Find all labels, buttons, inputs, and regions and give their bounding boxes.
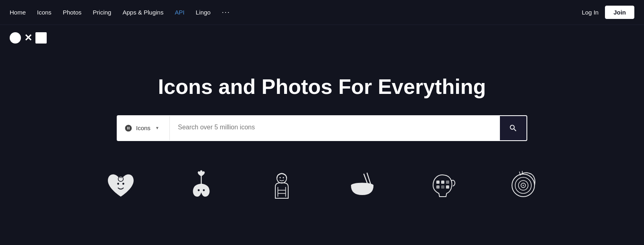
svg-line-26 (519, 172, 520, 174)
svg-point-10 (279, 177, 281, 178)
preview-icon-snail-spiral (507, 169, 539, 201)
logo-square-icon (35, 32, 47, 44)
chevron-down-icon: ▼ (155, 126, 159, 130)
login-button[interactable]: Log In (582, 9, 599, 16)
svg-point-25 (522, 185, 524, 186)
nav-api[interactable]: API (175, 9, 184, 16)
hero-title: Icons and Photos For Everything (158, 75, 486, 99)
logo-circle-icon (10, 32, 21, 44)
nav-auth: Log In Join (582, 6, 634, 19)
svg-rect-20 (446, 185, 449, 189)
search-type-label: Icons (136, 125, 151, 131)
main-nav: Home Icons Photos Pricing Apps & Plugins… (0, 0, 644, 25)
search-bar: Icons ▼ (117, 115, 527, 141)
nav-more-button[interactable]: ··· (222, 8, 230, 17)
svg-rect-15 (436, 181, 440, 184)
logo-area: ✕ (0, 25, 644, 51)
svg-point-0 (117, 183, 119, 185)
svg-point-11 (283, 177, 284, 178)
nav-apps-plugins[interactable]: Apps & Plugins (122, 9, 163, 16)
svg-point-8 (203, 189, 205, 191)
nav-icons[interactable]: Icons (37, 9, 52, 16)
nav-pricing[interactable]: Pricing (93, 9, 111, 16)
search-type-icon (124, 124, 133, 133)
preview-icon-head-tech (427, 169, 459, 201)
preview-icon-person-decorated (266, 169, 298, 201)
preview-icon-lungs-flower (185, 169, 217, 201)
svg-rect-18 (436, 185, 440, 189)
svg-point-2 (118, 176, 124, 181)
svg-point-7 (198, 189, 200, 191)
join-button[interactable]: Join (605, 6, 634, 19)
hero-section: Icons and Photos For Everything Icons ▼ (0, 51, 644, 157)
preview-icon-heart-face (105, 169, 137, 201)
icon-previews (0, 157, 644, 201)
search-input[interactable] (170, 116, 500, 139)
search-button[interactable] (500, 116, 526, 140)
logo-x-icon: ✕ (24, 33, 32, 43)
svg-point-1 (122, 183, 124, 185)
nav-home[interactable]: Home (10, 9, 26, 16)
nav-photos[interactable]: Photos (63, 9, 82, 16)
svg-rect-16 (441, 181, 444, 184)
svg-rect-19 (441, 185, 444, 189)
nav-links: Home Icons Photos Pricing Apps & Plugins… (10, 8, 230, 17)
svg-rect-17 (446, 181, 449, 184)
nav-lingo[interactable]: Lingo (196, 9, 211, 16)
preview-icon-bowl-chopsticks (346, 169, 378, 201)
search-type-selector[interactable]: Icons ▼ (118, 116, 170, 140)
